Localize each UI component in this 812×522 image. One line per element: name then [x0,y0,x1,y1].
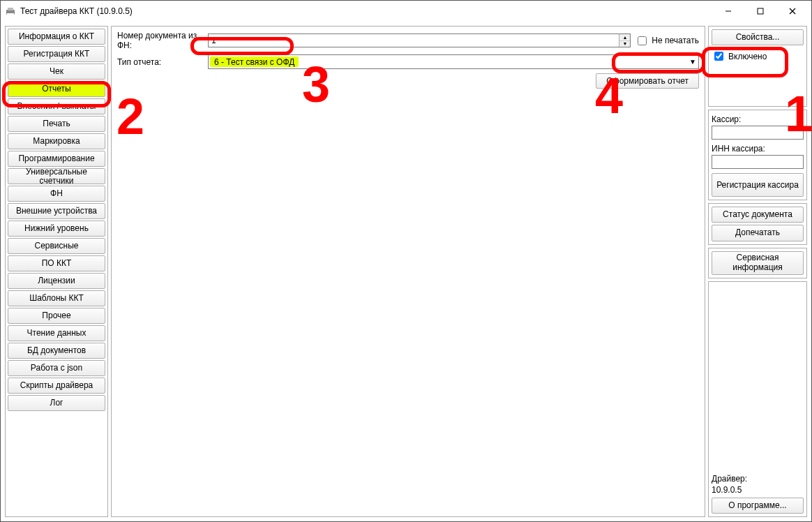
sidebar-item-counters[interactable]: Универсальные счетчики [8,168,105,184]
sidebar-item-info[interactable]: Информация о ККТ [8,29,105,45]
sidebar-item-service[interactable]: Сервисные [8,238,105,254]
properties-button[interactable]: Свойства... [712,29,804,45]
sidebar-item-cash[interactable]: Внесения / выплаты [8,98,105,114]
driver-label: Драйвер: [712,474,804,484]
service-info-label: Сервисная информация [714,253,802,271]
sidebar-item-label: Нижний уровень [24,224,89,233]
titlebar: Тест драйвера ККТ (10.9.0.5) [1,1,811,22]
sidebar-item-receipt[interactable]: Чек [8,64,105,80]
svg-rect-1 [8,8,13,10]
sidebar-item-software[interactable]: ПО ККТ [8,255,105,271]
sidebar-item-label: Лог [50,398,63,408]
sidebar-item-label: Работа с json [31,364,82,373]
spin-up-icon[interactable]: ▲ [619,34,630,41]
sidebar: Информация о ККТ Регистрация ККТ Чек Отч… [5,26,108,517]
service-box: Сервисная информация [708,248,807,278]
sidebar-item-label: Чек [50,67,63,76]
report-type-label: Тип отчета: [117,57,208,67]
window-title: Тест драйвера ККТ (10.9.0.5) [20,6,133,16]
cashier-label: Кассир: [712,114,804,124]
sidebar-item-other[interactable]: Прочее [8,308,105,324]
sidebar-item-label: Внешние устройства [16,207,97,216]
doc-actions-box: Статус документа Допечатать [708,203,807,244]
sidebar-item-label: Шаблоны ККТ [29,294,84,303]
doc-number-label: Номер документа из ФН: [117,31,208,50]
about-label: О программе... [728,501,786,510]
doc-status-button[interactable]: Статус документа [712,207,804,223]
main-panel: Номер документа из ФН: ▲ ▼ Не печатать Т… [111,26,705,517]
sidebar-item-label: Сервисные [34,241,78,251]
sidebar-item-label: Лицензии [38,276,75,285]
driver-box: Драйвер: 10.9.0.5 О программе... [708,281,807,517]
register-cashier-label: Регистрация кассира [716,181,799,190]
report-type-dropdown[interactable]: 6 - Тест связи с ОФД ▼ [208,54,699,69]
sidebar-item-label: Программирование [18,154,94,163]
about-button[interactable]: О программе... [712,498,804,514]
sidebar-item-lowlevel[interactable]: Нижний уровень [8,221,105,237]
sidebar-item-label: БД документов [27,346,86,355]
sidebar-item-marking[interactable]: Маркировка [8,133,105,149]
sidebar-item-log[interactable]: Лог [8,395,105,411]
properties-button-label: Свойства... [736,33,780,42]
enabled-label: Включено [728,52,767,61]
app-window: Тест драйвера ККТ (10.9.0.5) Информация … [0,0,812,522]
report-type-value: 6 - Тест связи с ОФД [210,57,299,67]
right-column: Свойства... Включено Кассир: ИНН кассира… [708,26,807,517]
reprint-button[interactable]: Допечатать [712,225,804,241]
doc-status-label: Статус документа [723,210,792,219]
maximize-button[interactable] [744,1,776,22]
sidebar-item-label: Прочее [42,311,70,320]
noprint-label: Не печатать [652,36,699,45]
doc-number-input[interactable] [209,34,619,47]
generate-report-button[interactable]: Сформировать отчет [596,73,699,89]
svg-rect-2 [7,13,14,15]
sidebar-item-label: Скрипты драйвера [20,381,93,390]
sidebar-item-label: Внесения / выплаты [17,102,96,111]
sidebar-item-label: Чтение данных [27,329,87,338]
sidebar-item-print[interactable]: Печать [8,116,105,132]
sidebar-item-templates[interactable]: Шаблоны ККТ [8,290,105,306]
driver-version: 10.9.0.5 [712,485,804,495]
app-icon [5,6,16,17]
doc-number-spinner[interactable]: ▲ ▼ [619,34,630,47]
spin-down-icon[interactable]: ▼ [619,41,630,47]
noprint-checkbox-input[interactable] [638,36,647,45]
service-info-button[interactable]: Сервисная информация [712,251,804,275]
cashier-inn-label: ИНН кассира: [712,144,804,154]
sidebar-item-scripts[interactable]: Скрипты драйвера [8,378,105,394]
sidebar-item-label: Отчеты [42,84,70,94]
sidebar-item-registration[interactable]: Регистрация ККТ [8,46,105,62]
body: Информация о ККТ Регистрация ККТ Чек Отч… [1,22,811,521]
enabled-checkbox[interactable]: Включено [712,50,804,63]
register-cashier-button[interactable]: Регистрация кассира [712,173,804,197]
sidebar-item-label: Регистрация ККТ [24,50,90,59]
sidebar-item-label: ФН [50,189,63,198]
minimize-button[interactable] [712,1,744,22]
chevron-down-icon: ▼ [687,58,698,66]
noprint-checkbox[interactable]: Не печатать [635,34,699,47]
sidebar-item-label: Универсальные счетчики [10,167,103,185]
cashier-box: Кассир: ИНН кассира: Регистрация кассира [708,110,807,200]
properties-box: Свойства... Включено [708,26,807,107]
sidebar-item-reports[interactable]: Отчеты [8,81,105,97]
generate-report-label: Сформировать отчет [606,76,689,86]
sidebar-item-licenses[interactable]: Лицензии [8,273,105,289]
sidebar-item-programming[interactable]: Программирование [8,151,105,167]
sidebar-item-readdata[interactable]: Чтение данных [8,325,105,341]
sidebar-item-label: Информация о ККТ [19,32,94,41]
sidebar-item-label: Маркировка [33,137,80,146]
close-button[interactable] [776,1,809,22]
sidebar-item-external[interactable]: Внешние устройства [8,203,105,219]
svg-rect-4 [758,8,763,14]
sidebar-item-label: ПО ККТ [42,259,72,268]
doc-number-field[interactable]: ▲ ▼ [208,33,631,47]
cashier-inn-input[interactable] [712,155,804,169]
reprint-label: Допечатать [735,228,780,237]
sidebar-item-json[interactable]: Работа с json [8,360,105,376]
sidebar-item-docdb[interactable]: БД документов [8,343,105,359]
enabled-checkbox-input[interactable] [714,52,723,61]
sidebar-item-label: Печать [43,119,70,128]
cashier-input[interactable] [712,126,804,140]
sidebar-item-fn[interactable]: ФН [8,186,105,202]
